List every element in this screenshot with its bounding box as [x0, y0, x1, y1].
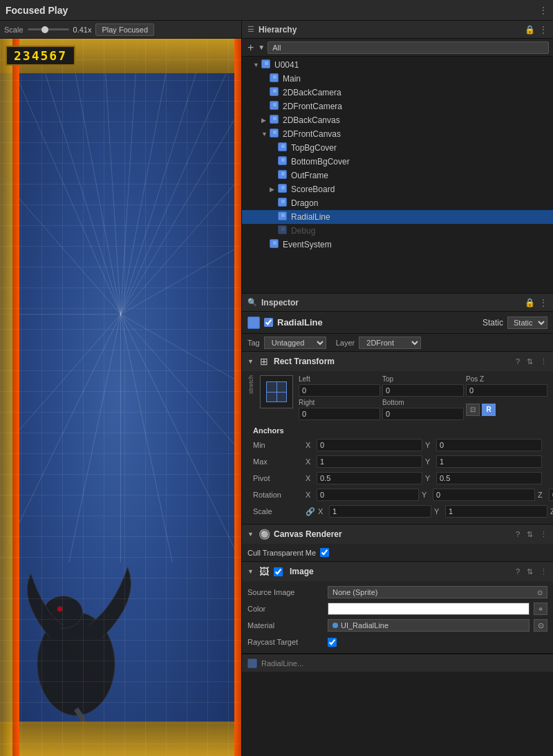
hierarchy-item-2dbackcanvas[interactable]: ▶ 2DBackCanvas: [242, 113, 553, 127]
rt-right-input[interactable]: [299, 408, 380, 420]
hierarchy-item-u0041[interactable]: ▼ U0041: [242, 58, 553, 72]
layer-dropdown[interactable]: 2DFront: [359, 337, 421, 349]
image-active-checkbox[interactable]: [274, 567, 283, 576]
rt-left-input[interactable]: [299, 384, 380, 397]
hierarchy-lock-icon[interactable]: 🔒: [525, 25, 535, 35]
cull-transparent-checkbox[interactable]: [320, 548, 329, 557]
inspector-more-icon[interactable]: ⋮: [539, 298, 547, 308]
rotation-x-label: X: [306, 491, 314, 499]
tree-label-2dbackcanvas: 2DBackCanvas: [283, 115, 340, 125]
pivot-y-input[interactable]: [436, 472, 542, 484]
rect-transform-header[interactable]: ▼ ⊞ Rect Transform ? ⇅ ⋮: [242, 352, 553, 371]
hierarchy-item-outframe[interactable]: OutFrame: [242, 169, 553, 182]
rt-top-label: Top: [382, 375, 464, 383]
hierarchy-item-scoreboard[interactable]: ▶ ScoreBoard: [242, 182, 553, 196]
color-eyedropper-button[interactable]: ⌖: [534, 603, 547, 615]
inspector-obj-row: RadialLine Static Static: [242, 312, 553, 334]
anchors-min-x-input[interactable]: [317, 439, 422, 451]
image-help[interactable]: ?: [516, 567, 520, 576]
rt-visual[interactable]: [260, 375, 293, 408]
static-dropdown[interactable]: Static: [507, 316, 547, 329]
rotation-label: Rotation: [253, 491, 301, 499]
tree-label-topbgcover: TopBgCover: [291, 143, 337, 153]
image-settings[interactable]: ⇅: [527, 567, 533, 576]
rect-transform-more[interactable]: ⋮: [540, 357, 547, 366]
bottom-obj-icon: [247, 659, 257, 668]
scale-y-input[interactable]: [445, 505, 547, 518]
rt-top-input[interactable]: [382, 384, 464, 397]
pivot-row: Pivot X Y: [247, 470, 547, 486]
color-preview[interactable]: [328, 603, 529, 615]
scale-y-label: Y: [434, 507, 442, 516]
anchors-min-x-label: X: [306, 441, 314, 449]
anchors-max-row: Max X Y: [247, 453, 547, 470]
hierarchy-panel-title: Hierarchy: [259, 25, 297, 35]
play-focused-button[interactable]: Play Focused: [95, 23, 154, 36]
hierarchy-more-icon[interactable]: ⋮: [539, 25, 547, 35]
hierarchy-item-dragon[interactable]: Dragon: [242, 196, 553, 210]
material-value[interactable]: UI_RadialLine: [328, 619, 529, 632]
rotation-y-input[interactable]: [433, 489, 535, 501]
rt-blueprint-button[interactable]: ⊡: [466, 404, 480, 416]
hierarchy-add-button[interactable]: +: [246, 42, 255, 53]
pivot-xyz: X Y: [306, 472, 542, 484]
canvas-renderer-body: Cull Transparent Me: [242, 544, 553, 561]
rect-transform-help[interactable]: ?: [516, 357, 520, 366]
material-pick-button[interactable]: ⊙: [534, 619, 547, 632]
cube-icon-debug: [278, 225, 289, 236]
material-text: UI_RadialLine: [341, 621, 388, 630]
anchors-max-x-input[interactable]: [317, 455, 422, 468]
hierarchy-item-2dfrontcamera[interactable]: 2DFrontCamera: [242, 100, 553, 113]
rotation-y-label: Y: [422, 491, 430, 499]
tag-dropdown[interactable]: Untagged: [264, 337, 326, 349]
raycast-checkbox[interactable]: [328, 638, 337, 647]
canvas-renderer-help[interactable]: ?: [516, 530, 520, 538]
cube-icon-dragon: [278, 198, 289, 209]
tree-label-debug: Debug: [291, 226, 315, 236]
hierarchy-item-debug[interactable]: Debug: [242, 224, 553, 238]
hierarchy-item-radialline[interactable]: RadialLine: [242, 210, 553, 224]
rt-crosshair-v: [276, 382, 277, 401]
canvas-renderer-more[interactable]: ⋮: [540, 530, 547, 539]
anchors-max-y-input[interactable]: [436, 455, 542, 468]
image-more[interactable]: ⋮: [540, 567, 547, 576]
hierarchy-item-eventsystem[interactable]: EventSystem: [242, 238, 553, 252]
rotation-x-input[interactable]: [317, 489, 419, 501]
rt-field-posz: Pos Z: [466, 375, 547, 397]
rect-transform-arrow: ▼: [247, 358, 254, 365]
hierarchy-item-2dbackcamera[interactable]: 2DBackCamera: [242, 86, 553, 100]
rt-posz-label: Pos Z: [466, 375, 547, 383]
source-image-value[interactable]: None (Sprite) ⊙: [328, 586, 547, 598]
rt-r-button[interactable]: R: [482, 404, 496, 416]
hierarchy-item-main[interactable]: Main: [242, 72, 553, 86]
anchors-max-y-label: Y: [425, 457, 433, 466]
game-view: Scale 0.41x Play Focused: [0, 21, 242, 756]
obj-active-checkbox[interactable]: [264, 318, 273, 327]
hierarchy-dropdown-icon[interactable]: ▼: [258, 44, 265, 51]
grid-overlay: [0, 39, 241, 756]
anchors-min-y-input[interactable]: [436, 439, 542, 451]
hierarchy-item-2dfrontcanvas[interactable]: ▼ 2DFrontCanvas: [242, 127, 553, 141]
inspector-lock-icon[interactable]: 🔒: [525, 298, 535, 308]
pivot-x-input[interactable]: [317, 472, 422, 484]
game-view-toolbar: Scale 0.41x Play Focused: [0, 21, 241, 39]
cube-icon-bottombgcover: [278, 156, 289, 167]
cull-transparent-row: Cull Transparent Me: [247, 547, 547, 558]
rotation-z-input[interactable]: [549, 489, 553, 501]
anchors-label: Anchors: [253, 426, 301, 435]
scale-x-input[interactable]: [329, 505, 431, 518]
top-bar-more-icon[interactable]: ⋮: [539, 6, 547, 15]
source-image-pick-icon[interactable]: ⊙: [537, 589, 543, 596]
rect-transform-settings[interactable]: ⇅: [527, 357, 533, 366]
rt-bottom-input[interactable]: [382, 408, 464, 420]
hierarchy-item-topbgcover[interactable]: TopBgCover: [242, 141, 553, 155]
canvas-renderer-settings[interactable]: ⇅: [527, 530, 533, 539]
image-section-body: Source Image None (Sprite) ⊙ Color ⌖: [242, 581, 553, 653]
rt-posz-input[interactable]: [466, 384, 547, 397]
image-header[interactable]: ▼ 🖼 Image ? ⇅ ⋮: [242, 562, 553, 581]
hierarchy-search-input[interactable]: [268, 41, 549, 54]
hierarchy-item-bottombgcover[interactable]: BottomBgCover: [242, 155, 553, 169]
inspector-content: RadialLine Static Static Tag Untagged La…: [242, 312, 553, 756]
canvas-renderer-header[interactable]: ▼ 🔘 Canvas Renderer ? ⇅ ⋮: [242, 525, 553, 544]
scale-slider[interactable]: [28, 28, 69, 30]
